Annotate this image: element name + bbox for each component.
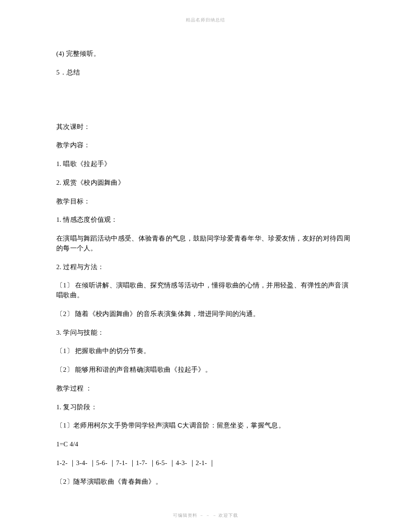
text-line: 1. 复习阶段： bbox=[56, 403, 355, 412]
text-span: 大调音阶：留意坐姿，掌握气息。 bbox=[182, 422, 285, 429]
header-watermark: 精品名师归纳总结 bbox=[0, 17, 411, 23]
text-line: 在演唱与舞蹈活动中感受、体验青春的气息，鼓励同学珍爱青春年华、珍爱友情，友好的对… bbox=[56, 234, 355, 254]
text-line: 〔1〕 在倾听讲解、演唱歌曲、探究情感等活动中，懂得歌曲的心情，并用轻盈、有弹性… bbox=[56, 281, 355, 300]
text-line: 〔2〕随琴演唱歌曲《青春舞曲》。 bbox=[56, 477, 355, 487]
text-line: 2. 过程与方法： bbox=[56, 262, 355, 272]
footer-watermark: 可编辑资料 － － － 欢迎下载 bbox=[0, 512, 411, 519]
text-span: C bbox=[178, 422, 183, 429]
text-line: 教学目标： bbox=[56, 197, 355, 207]
text-line: 其次课时： bbox=[56, 122, 355, 132]
text-line: 1-2- ｜3-4- ｜5-6- ｜7-1- ｜1-7- ｜6-5- ｜4-3-… bbox=[56, 458, 355, 468]
text-line: 1=C 4/4 bbox=[56, 440, 355, 449]
document-content: (4) 完整倾听。 5．总结 其次课时： 教学内容： 1. 唱歌《拉起手》 2.… bbox=[56, 49, 355, 495]
text-line: 〔2〕 能够用和谐的声音精确演唱歌曲《拉起手》。 bbox=[56, 365, 355, 375]
text-line: 1. 唱歌《拉起手》 bbox=[56, 159, 355, 169]
text-span: 〔1〕老师用柯尔文手势带同学轻声演唱 bbox=[56, 422, 178, 429]
text-line: 〔2〕 随着《校内圆舞曲》的音乐表演集体舞，增进同学间的沟通。 bbox=[56, 309, 355, 319]
text-line: 2. 观赏《校内圆舞曲》 bbox=[56, 178, 355, 188]
text-line: 5．总结 bbox=[56, 68, 355, 78]
text-line: 教学过程 ： bbox=[56, 384, 355, 394]
text-line: 〔1〕 把握歌曲中的切分节奏。 bbox=[56, 346, 355, 356]
text-line: 教学内容： bbox=[56, 141, 355, 150]
text-line: 〔1〕老师用柯尔文手势带同学轻声演唱 C大调音阶：留意坐姿，掌握气息。 bbox=[56, 421, 355, 431]
text-line: 3. 学问与技能： bbox=[56, 328, 355, 338]
text-line: 1. 情感态度价值观： bbox=[56, 215, 355, 225]
text-line: (4) 完整倾听。 bbox=[56, 49, 355, 59]
